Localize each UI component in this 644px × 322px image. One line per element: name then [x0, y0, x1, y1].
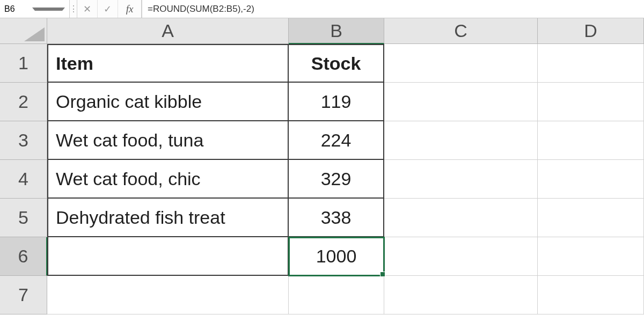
formula-bar: B6 ⋮ ✕ ✓ fx =ROUND(SUM(B2:B5),-2): [0, 0, 644, 18]
cell-B2[interactable]: 119: [289, 83, 384, 121]
cell-C6[interactable]: [384, 237, 538, 276]
cell-B4[interactable]: 329: [289, 160, 384, 199]
cell-C5[interactable]: [384, 199, 538, 237]
cell-B5[interactable]: 338: [289, 199, 384, 237]
cell-C3[interactable]: [384, 121, 538, 160]
cell-C4[interactable]: [384, 160, 538, 199]
row-1: 1 Item Stock: [0, 44, 644, 83]
column-header-D[interactable]: D: [538, 18, 644, 44]
cell-B6[interactable]: 1000: [289, 237, 384, 276]
row-4: 4 Wet cat food, chic 329: [0, 160, 644, 199]
cell-D5[interactable]: [538, 199, 644, 237]
row-header-2[interactable]: 2: [0, 83, 47, 121]
chevron-down-icon[interactable]: [32, 8, 65, 11]
cell-D6[interactable]: [538, 237, 644, 276]
formula-input[interactable]: =ROUND(SUM(B2:B5),-2): [142, 0, 644, 18]
column-header-C[interactable]: C: [384, 18, 538, 44]
row-header-6[interactable]: 6: [0, 237, 47, 276]
row-header-5[interactable]: 5: [0, 199, 47, 237]
cell-C1[interactable]: [384, 44, 538, 83]
worksheet[interactable]: A B C D 1 Item Stock 2 Organic cat kibbl…: [0, 18, 644, 322]
rows: 1 Item Stock 2 Organic cat kibble 119 3 …: [0, 44, 644, 314]
column-header-B[interactable]: B: [289, 18, 384, 44]
cell-B1[interactable]: Stock: [289, 44, 384, 83]
select-all-triangle[interactable]: [0, 18, 47, 44]
row-3: 3 Wet cat food, tuna 224: [0, 121, 644, 160]
fx-icon: fx: [126, 3, 134, 15]
cell-C2[interactable]: [384, 83, 538, 121]
formula-bar-grip-icon: ⋮: [70, 0, 77, 18]
row-header-1[interactable]: 1: [0, 44, 47, 83]
insert-function-button[interactable]: fx: [118, 0, 142, 18]
row-6: 6 1000: [0, 237, 644, 276]
cell-A1[interactable]: Item: [47, 44, 289, 83]
cell-D2[interactable]: [538, 83, 644, 121]
check-icon: ✓: [104, 3, 112, 15]
formula-text: =ROUND(SUM(B2:B5),-2): [148, 4, 254, 14]
cell-A5[interactable]: Dehydrated fish treat: [47, 199, 289, 237]
cell-D1[interactable]: [538, 44, 644, 83]
name-box[interactable]: B6: [0, 0, 70, 18]
cell-A6[interactable]: [47, 237, 289, 276]
x-icon: ✕: [83, 3, 91, 15]
row-2: 2 Organic cat kibble 119: [0, 83, 644, 121]
cell-C7[interactable]: [384, 276, 538, 314]
enter-formula-button[interactable]: ✓: [98, 0, 118, 18]
row-header-3[interactable]: 3: [0, 121, 47, 160]
cell-D7[interactable]: [538, 276, 644, 314]
cell-A7[interactable]: [47, 276, 289, 314]
row-header-7[interactable]: 7: [0, 276, 47, 314]
column-header-A[interactable]: A: [47, 18, 289, 44]
cell-A2[interactable]: Organic cat kibble: [47, 83, 289, 121]
row-5: 5 Dehydrated fish treat 338: [0, 199, 644, 237]
row-header-4[interactable]: 4: [0, 160, 47, 199]
cell-A4[interactable]: Wet cat food, chic: [47, 160, 289, 199]
cell-B3[interactable]: 224: [289, 121, 384, 160]
cell-A3[interactable]: Wet cat food, tuna: [47, 121, 289, 160]
column-headers: A B C D: [0, 18, 644, 44]
row-7: 7: [0, 276, 644, 314]
name-box-value: B6: [4, 4, 32, 14]
cell-D4[interactable]: [538, 160, 644, 199]
cell-B7[interactable]: [289, 276, 384, 314]
cancel-formula-button[interactable]: ✕: [77, 0, 98, 18]
cell-D3[interactable]: [538, 121, 644, 160]
